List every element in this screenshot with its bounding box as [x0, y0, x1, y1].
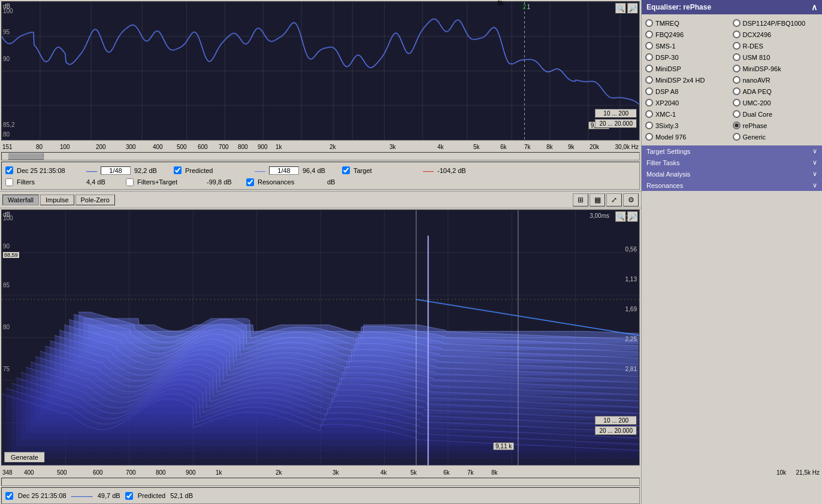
eq-option-dcx2496[interactable]: DCX2496	[733, 29, 819, 40]
bottom-toolbar: Waterfall Impulse Pole-Zero ⊞ ▦ ⤢ ⚙	[0, 192, 641, 208]
target-settings-label: Target Settings	[646, 148, 690, 155]
zoom-out-bottom-icon[interactable]: 🔎	[627, 211, 638, 222]
range-btn-10-200[interactable]: 10 ... 200	[595, 109, 637, 118]
resonances-section[interactable]: Resonances ∨	[642, 180, 822, 191]
range-buttons-top: 10 ... 200 20 ... 20.000	[595, 109, 637, 128]
equaliser-header: Equaliser: rePhase ∧	[642, 0, 822, 14]
bottom-graph-container[interactable]: dB 3,00ms 0,00 0,56 1,13 1,69 2,25 2,81 …	[1, 210, 640, 466]
frequency-response-graph	[2, 2, 639, 140]
eq-option-sms1[interactable]: SMS-1	[645, 41, 732, 51]
eq-option-3sixty3[interactable]: 3Sixty.3	[645, 120, 732, 130]
bottom-legend-checkbox-2[interactable]	[125, 492, 133, 500]
eq-option-dsp30[interactable]: DSP-30	[645, 52, 732, 62]
eq-option-xmc1[interactable]: XMC-1	[645, 109, 732, 119]
eq-label-usm810: USM 810	[743, 54, 770, 61]
y-axis-80: 80	[3, 131, 10, 138]
eq-option-tmreq[interactable]: TMREQ	[645, 18, 732, 28]
x-80-label: 80	[36, 144, 43, 150]
pole-zero-button[interactable]: Pole-Zero	[75, 195, 115, 205]
eq-option-umc200[interactable]: UMC-200	[733, 98, 819, 108]
top-graph-container[interactable]: dB 100 95 90 85,2 80 9,99 k 10 ... 200 2…	[1, 1, 640, 141]
legend-checkbox-predicted[interactable]	[174, 166, 182, 174]
eq-option-usm810[interactable]: USM 810	[733, 52, 819, 62]
top-scrollbar-thumb[interactable]	[8, 153, 44, 160]
time-label-113: 1,13	[625, 276, 637, 283]
filter-tasks-label: Filter Tasks	[646, 159, 679, 166]
impulse-button[interactable]: Impulse	[40, 195, 74, 205]
y-axis-95: 95	[3, 29, 10, 35]
eq-label-tmreq: TMREQ	[655, 20, 679, 27]
filter-tasks-section[interactable]: Filter Tasks ∨	[642, 157, 822, 168]
legend-checkbox-resonances[interactable]	[246, 178, 254, 186]
eq-option-model976[interactable]: Model 976	[645, 132, 732, 142]
radio-xmc1	[645, 110, 653, 118]
modal-analysis-section[interactable]: Modal Analysis ∨	[642, 168, 822, 180]
legend-smoothing-1[interactable]: 1/48	[101, 166, 131, 175]
range-btn-bottom-20-20000[interactable]: 20 ... 20.000	[595, 426, 637, 435]
legend-checkbox-filters[interactable]	[5, 178, 13, 186]
y-axis-bt-75: 75	[3, 366, 10, 372]
legend-label-filters: Filters	[17, 178, 83, 186]
range-btn-bottom-10-200[interactable]: 10 ... 200	[595, 416, 637, 425]
radio-dspa8	[645, 87, 653, 95]
eq-option-dualcore[interactable]: Dual Core	[733, 109, 819, 119]
radio-generic	[733, 133, 741, 141]
zoom-in-icon[interactable]: 🔍	[615, 3, 626, 14]
top-scrollbar[interactable]	[1, 152, 640, 160]
eq-option-minidsp2x4hd[interactable]: MiniDSP 2x4 HD	[645, 75, 732, 85]
modal-analysis-collapse-icon: ∨	[812, 170, 817, 178]
radio-dualcore	[733, 110, 741, 118]
target-settings-section[interactable]: Target Settings ∨	[642, 145, 822, 157]
generate-button[interactable]: Generate	[4, 452, 45, 463]
eq-option-adapeg[interactable]: ADA PEQ	[733, 86, 819, 96]
radio-sms1	[645, 42, 653, 50]
legend-smoothing-2[interactable]: 1/48	[269, 166, 299, 175]
legend-checkbox-target[interactable]	[342, 166, 350, 174]
eq-option-minidsp[interactable]: MiniDSP	[645, 63, 732, 74]
radio-dsp30	[645, 53, 653, 61]
zoom-icons-bottom: 🔍 🔎	[615, 211, 638, 222]
eq-label-dsp1124p: DSP1124P/FBQ1000	[743, 20, 806, 27]
zoom-out-icon[interactable]: 🔎	[627, 3, 638, 14]
settings-icon[interactable]: ⚙	[623, 193, 639, 207]
radio-3sixty3	[645, 122, 653, 129]
eq-option-rdes[interactable]: R-DES	[733, 41, 819, 51]
resonances-collapse-icon: ∨	[812, 181, 817, 189]
move-icon[interactable]: ⤢	[606, 193, 622, 207]
eq-option-generic[interactable]: Generic	[733, 132, 819, 142]
eq-option-xp2040[interactable]: XP2040	[645, 98, 732, 108]
waterfall-button[interactable]: Waterfall	[2, 195, 39, 205]
bottom-legend-value: 49,7 dB	[98, 492, 120, 499]
layout-icon-1[interactable]: ⊞	[573, 193, 588, 207]
eq-label-minidsp: MiniDSP	[655, 65, 681, 72]
layout-icon-2[interactable]: ▦	[590, 193, 605, 207]
legend-label-date: Dec 25 21:35:08	[17, 167, 83, 174]
y-axis-bt-8859: 88,59	[3, 252, 19, 258]
radio-minidsp96k	[733, 65, 741, 72]
bottom-scrollbar[interactable]	[1, 478, 640, 486]
zoom-icons-top: 🔍 🔎	[615, 3, 638, 14]
eq-option-fbq2496[interactable]: FBQ2496	[645, 29, 732, 40]
legend-checkbox-filters-target[interactable]	[126, 178, 134, 186]
bottom-legend-checkbox-1[interactable]	[5, 492, 13, 500]
eq-label-3sixty3: 3Sixty.3	[655, 122, 678, 129]
eq-label-xp2040: XP2040	[655, 99, 679, 107]
legend-checkbox-1[interactable]	[5, 166, 13, 174]
bottom-legend-predicted-label: Predicted	[138, 492, 165, 499]
panel-collapse-btn[interactable]: ∧	[811, 2, 817, 12]
range-btn-20-20000[interactable]: 20 ... 20.000	[595, 119, 637, 128]
filter-tasks-collapse-icon: ∨	[812, 159, 817, 166]
eq-option-dsp1124p[interactable]: DSP1124P/FBQ1000	[733, 18, 819, 28]
eq-option-minidsp96k[interactable]: MiniDSP-96k	[733, 63, 819, 74]
top-graph-section: dB 100 95 90 85,2 80 9,99 k 10 ... 200 2…	[0, 0, 641, 192]
eq-label-dspa8: DSP A8	[655, 88, 678, 95]
zoom-in-bottom-icon[interactable]: 🔍	[615, 211, 626, 222]
range-buttons-bottom: 10 ... 200 20 ... 20.000	[595, 416, 637, 435]
radio-tmreq	[645, 19, 653, 27]
legend-value-filters-target: -99,8 dB	[207, 178, 243, 186]
right-panel: Equaliser: rePhase ∧ TMREQ DSP1124P/FBQ1…	[641, 0, 822, 504]
eq-label-minidsp2x4hd: MiniDSP 2x4 HD	[655, 77, 705, 84]
eq-option-dspa8[interactable]: DSP A8	[645, 86, 732, 96]
eq-option-nanoavr[interactable]: nanoAVR	[733, 75, 819, 85]
eq-option-rephase[interactable]: rePhase	[733, 120, 819, 130]
